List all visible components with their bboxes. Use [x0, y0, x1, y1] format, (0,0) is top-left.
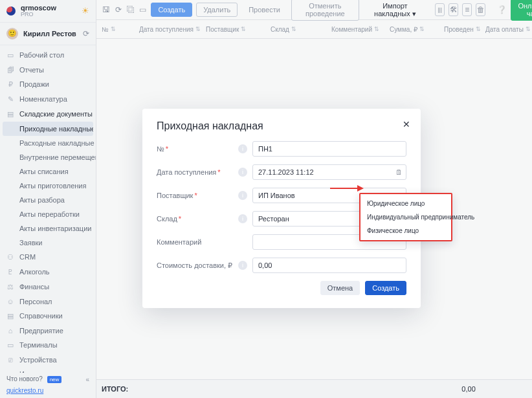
calendar-icon[interactable]: 🗓 — [395, 168, 403, 176]
supplier-type-option[interactable]: Индивидуальный предприниматель — [360, 210, 451, 224]
field-warehouse-label: Склад — [157, 215, 177, 223]
create-invoice-button[interactable]: Создать — [365, 281, 406, 295]
info-icon[interactable]: i — [238, 191, 247, 200]
info-icon[interactable]: i — [238, 214, 247, 223]
close-icon[interactable]: ✕ — [403, 119, 410, 129]
supplier-type-option[interactable]: Физическое лицо — [360, 224, 451, 238]
field-comment-label: Комментарий — [157, 238, 201, 246]
field-num-input[interactable] — [252, 141, 406, 157]
cancel-button[interactable]: Отмена — [320, 281, 360, 295]
field-delivery-input[interactable] — [252, 258, 406, 273]
supplier-type-option[interactable]: Юридическое лицо — [360, 197, 451, 210]
field-num-label: № — [157, 145, 164, 153]
supplier-type-popover: Юридическое лицо Индивидуальный предприн… — [359, 193, 452, 241]
modal-title: Приходная накладная — [157, 120, 406, 132]
info-icon[interactable]: i — [238, 144, 247, 153]
field-delivery-label: Стоимость доставки, ₽ — [157, 261, 232, 270]
field-supplier-label: Поставщик — [157, 192, 193, 199]
info-icon[interactable]: i — [238, 168, 247, 177]
field-date-input[interactable] — [252, 164, 406, 180]
info-icon[interactable]: i — [238, 261, 247, 270]
field-date-label: Дата поступления — [157, 168, 216, 176]
